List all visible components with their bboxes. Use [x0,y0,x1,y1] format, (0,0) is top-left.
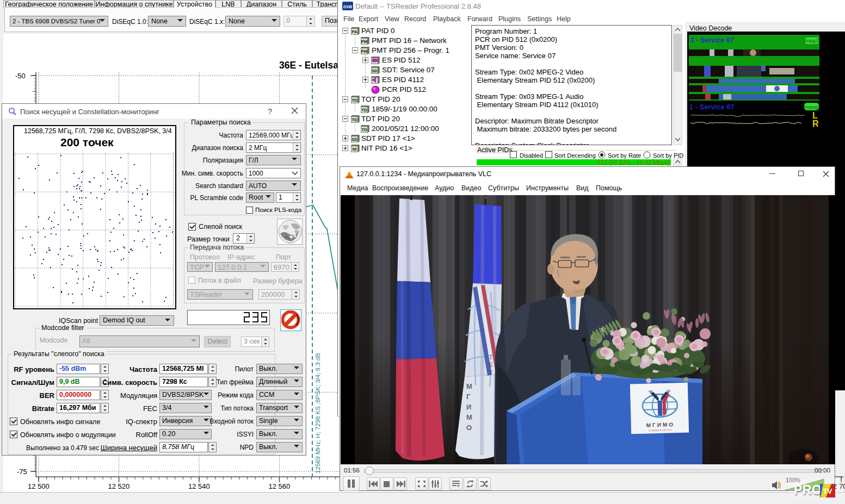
svg-text:NI: NI [353,147,357,152]
svg-text:М: М [466,413,472,421]
svg-text:Г: Г [466,393,471,401]
svg-text:TD: TD [351,98,357,103]
svg-text:PM: PM [361,49,368,54]
svg-text:1 - Service 07: 1 - Service 07 [690,36,734,44]
svg-text:Т: Т [489,354,492,360]
svg-text:PM: PM [361,39,368,44]
svg-text:DVB: DVB [343,4,352,9]
svg-text:МГИМО: МГИМО [646,421,675,428]
svg-text:TD: TD [351,117,357,122]
svg-text:mpg2: mpg2 [805,38,818,43]
svg-text:Е: Е [489,362,493,368]
svg-text:И: И [466,403,471,411]
svg-text:PA: PA [351,29,357,34]
svg-text:TD: TD [361,127,367,132]
svg-text:TV: TV [823,487,832,495]
svg-text:TD: TD [361,108,367,113]
svg-text:Т: Т [489,370,492,376]
svg-text:R: R [812,119,819,128]
svg-text:М: М [466,382,472,390]
svg-text:О: О [466,424,472,432]
svg-text:SD: SD [372,69,378,73]
svg-text:SD: SD [351,137,357,142]
